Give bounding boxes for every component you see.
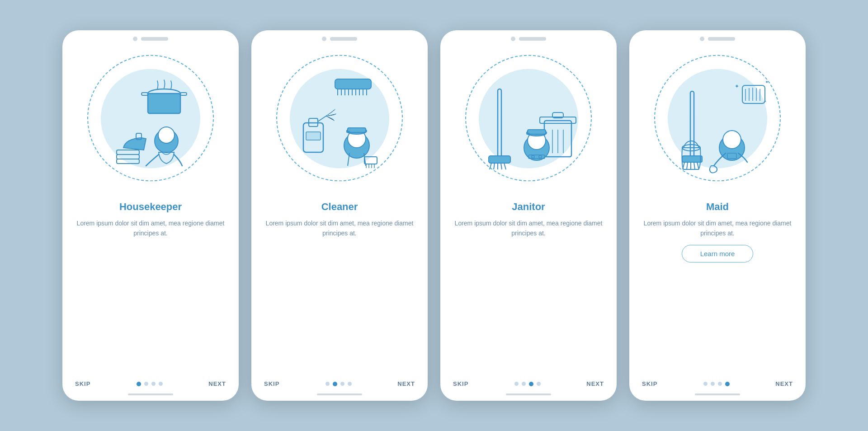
- svg-rect-5: [117, 150, 139, 155]
- cleaner-svg: [281, 57, 398, 184]
- dots-3: [514, 382, 541, 386]
- svg-rect-28: [364, 157, 377, 164]
- dot-4-3: [725, 382, 730, 386]
- maid-svg: ✦ ✦ ✦: [659, 57, 776, 184]
- learn-more-button[interactable]: Learn more: [682, 245, 754, 262]
- svg-point-72: [723, 131, 741, 149]
- screens-container: Housekeeper Lorem ipsum dolor sit dim am…: [44, 12, 824, 419]
- dot-2-0: [326, 382, 330, 386]
- bottom-nav-1: SKIP NEXT: [62, 376, 239, 391]
- camera-1: [133, 37, 137, 41]
- dots-1: [137, 382, 163, 386]
- description-cleaner: Lorem ipsum dolor sit dim amet, mea regi…: [265, 218, 414, 239]
- skip-button-4[interactable]: SKIP: [642, 380, 657, 387]
- dots-2: [326, 382, 352, 386]
- svg-rect-26: [348, 128, 366, 132]
- bottom-nav-2: SKIP NEXT: [251, 376, 428, 391]
- svg-rect-33: [498, 89, 501, 161]
- description-housekeeper: Lorem ipsum dolor sit dim amet, mea regi…: [76, 218, 225, 239]
- content-maid: Maid Lorem ipsum dolor sit dim amet, mea…: [629, 197, 806, 376]
- speaker-4: [708, 37, 735, 41]
- illustration-housekeeper: [62, 44, 239, 197]
- bottom-nav-4: SKIP NEXT: [629, 376, 806, 391]
- svg-rect-50: [526, 133, 530, 135]
- phone-top-bar-1: [62, 30, 239, 44]
- dot-4-2: [718, 382, 722, 386]
- illustration-maid: ✦ ✦ ✦: [629, 44, 806, 197]
- camera-4: [700, 37, 704, 41]
- next-button-3[interactable]: NEXT: [586, 380, 604, 387]
- phone-top-bar-3: [440, 30, 617, 44]
- svg-rect-34: [489, 156, 510, 163]
- svg-rect-55: [682, 156, 702, 162]
- dot-4-0: [703, 382, 708, 386]
- camera-3: [511, 37, 515, 41]
- dot-3-3: [537, 382, 541, 386]
- dot-3-1: [522, 382, 526, 386]
- dot-3-0: [514, 382, 519, 386]
- speaker-1: [141, 37, 168, 41]
- svg-rect-7: [117, 159, 139, 164]
- svg-line-59: [694, 162, 695, 169]
- dot-2-3: [348, 382, 352, 386]
- bottom-nav-3: SKIP NEXT: [440, 376, 617, 391]
- next-button-2[interactable]: NEXT: [397, 380, 415, 387]
- content-cleaner: Cleaner Lorem ipsum dolor sit dim amet, …: [251, 197, 428, 376]
- speaker-2: [330, 37, 357, 41]
- bottom-indicator-3: [506, 394, 551, 395]
- svg-rect-27: [346, 131, 350, 133]
- svg-rect-10: [335, 79, 371, 89]
- next-button-1[interactable]: NEXT: [208, 380, 226, 387]
- dot-2-1: [333, 382, 337, 386]
- title-janitor: Janitor: [512, 201, 545, 213]
- screen-cleaner: Cleaner Lorem ipsum dolor sit dim amet, …: [251, 30, 428, 401]
- title-maid: Maid: [706, 201, 729, 213]
- camera-2: [322, 37, 326, 41]
- svg-line-38: [501, 163, 502, 169]
- next-button-4[interactable]: NEXT: [775, 380, 793, 387]
- svg-text:✦: ✦: [735, 83, 739, 89]
- illustration-janitor: [440, 44, 617, 197]
- dots-4: [703, 382, 730, 386]
- content-janitor: Janitor Lorem ipsum dolor sit dim amet, …: [440, 197, 617, 376]
- housekeeper-svg: [92, 57, 209, 184]
- speaker-3: [519, 37, 546, 41]
- skip-button-1[interactable]: SKIP: [75, 380, 90, 387]
- svg-rect-2: [142, 93, 148, 95]
- dot-1-0: [137, 382, 141, 386]
- dot-1-3: [159, 382, 163, 386]
- bottom-indicator-4: [695, 394, 740, 395]
- dot-3-2: [529, 382, 533, 386]
- svg-line-57: [687, 162, 688, 169]
- dot-4-1: [711, 382, 715, 386]
- content-housekeeper: Housekeeper Lorem ipsum dolor sit dim am…: [62, 197, 239, 376]
- illustration-cleaner: [251, 44, 428, 197]
- svg-point-9: [158, 127, 175, 143]
- bottom-indicator-1: [128, 394, 173, 395]
- skip-button-3[interactable]: SKIP: [453, 380, 468, 387]
- screen-housekeeper: Housekeeper Lorem ipsum dolor sit dim am…: [62, 30, 239, 401]
- janitor-svg: [470, 57, 587, 184]
- svg-line-39: [504, 163, 506, 169]
- svg-rect-1: [148, 94, 180, 113]
- svg-rect-49: [528, 130, 546, 134]
- description-janitor: Lorem ipsum dolor sit dim amet, mea regi…: [454, 218, 603, 239]
- svg-text:✦: ✦: [764, 99, 767, 103]
- svg-line-36: [494, 163, 495, 169]
- screen-maid: ✦ ✦ ✦ Maid Lorem ipsum dolor sit dim a: [629, 30, 806, 401]
- svg-rect-3: [180, 93, 187, 95]
- title-housekeeper: Housekeeper: [119, 201, 182, 213]
- screen-janitor: Janitor Lorem ipsum dolor sit dim amet, …: [440, 30, 617, 401]
- dot-1-1: [144, 382, 148, 386]
- svg-rect-22: [306, 132, 321, 140]
- phone-top-bar-2: [251, 30, 428, 44]
- bottom-indicator-2: [317, 394, 362, 395]
- description-maid: Lorem ipsum dolor sit dim amet, mea regi…: [643, 218, 792, 239]
- phone-top-bar-4: [629, 30, 806, 44]
- dot-1-2: [151, 382, 156, 386]
- svg-rect-6: [117, 155, 139, 159]
- skip-button-2[interactable]: SKIP: [264, 380, 279, 387]
- svg-line-35: [490, 163, 491, 169]
- title-cleaner: Cleaner: [321, 201, 358, 213]
- dot-2-2: [340, 382, 344, 386]
